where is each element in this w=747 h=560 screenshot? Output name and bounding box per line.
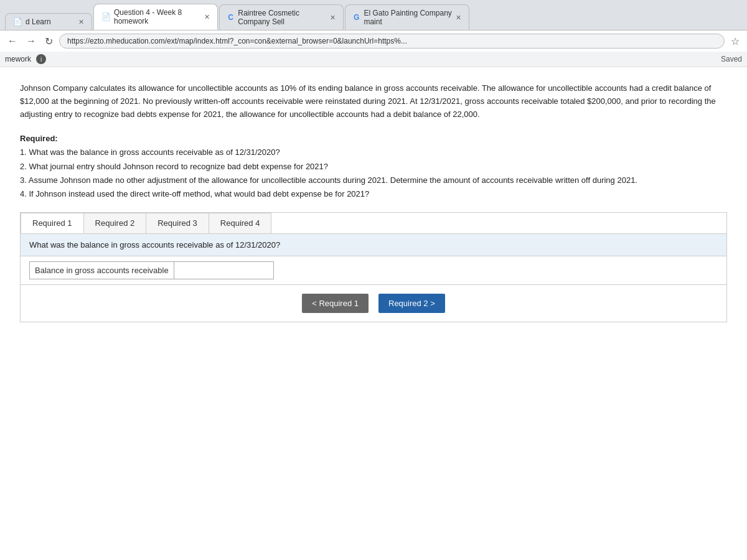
required-item-1: 1. What was the balance in gross account… (20, 147, 280, 157)
question-text: Johnson Company calculates its allowance… (20, 82, 727, 121)
nav-buttons-row: < Required 1 Required 2 > (21, 285, 726, 322)
page-content: Johnson Company calculates its allowance… (0, 67, 747, 560)
tab-required-2[interactable]: Required 2 (83, 213, 147, 233)
prev-button[interactable]: < Required 1 (302, 294, 369, 313)
tabs-container: Required 1 Required 2 Required 3 Require… (20, 212, 727, 322)
tab-label-2: Question 4 - Week 8 homework (114, 8, 200, 26)
next-button[interactable]: Required 2 > (378, 294, 445, 313)
input-row: Balance in gross accounts receivable (21, 256, 726, 285)
tab-elgato[interactable]: G El Gato Painting Company maint ✕ (345, 4, 469, 30)
tab-favicon-2: 📄 (101, 12, 110, 21)
tab-favicon-1: 📄 (13, 17, 22, 26)
tab-label-3: Raintree Cosmetic Company Sell (238, 9, 326, 26)
balance-input[interactable] (174, 261, 274, 279)
required-section: Required: 1. What was the balance in gro… (20, 132, 727, 200)
bookmark-button[interactable]: ☆ (728, 34, 742, 49)
tab-close-4[interactable]: ✕ (456, 14, 461, 22)
tab-label-1: d Learn (26, 17, 51, 26)
required-item-2: 2. What journal entry should Johnson rec… (20, 162, 328, 171)
tab-required-3[interactable]: Required 3 (146, 213, 209, 233)
tab-label-4: El Gato Painting Company maint (364, 9, 452, 26)
tab-bar: 📄 d Learn ✕ 📄 Question 4 - Week 8 homewo… (5, 4, 742, 30)
tab-close-3[interactable]: ✕ (330, 14, 336, 22)
browser-chrome: 📄 d Learn ✕ 📄 Question 4 - Week 8 homewo… (0, 0, 747, 30)
tab-required-1[interactable]: Required 1 (21, 213, 84, 233)
tab-raintree[interactable]: C Raintree Cosmetic Company Sell ✕ (219, 4, 344, 30)
tab-learn[interactable]: 📄 d Learn ✕ (5, 13, 92, 30)
tabs-header: Required 1 Required 2 Required 3 Require… (21, 213, 726, 233)
tab-required-4[interactable]: Required 4 (209, 213, 272, 233)
bookmark-mework[interactable]: mework (5, 55, 31, 63)
reload-button[interactable]: ↻ (42, 34, 55, 49)
saved-badge: Saved (721, 55, 742, 63)
required-item-3: 3. Assume Johnson made no other adjustme… (20, 175, 637, 185)
bookmarks-bar: mework i Saved (0, 52, 747, 67)
tab-close-2[interactable]: ✕ (204, 13, 210, 21)
back-button[interactable]: ← (5, 34, 20, 48)
tab-homework[interactable]: 📄 Question 4 - Week 8 homework ✕ (93, 4, 218, 30)
tab-favicon-4: G (353, 13, 360, 22)
tab-content-area: What was the balance in gross accounts r… (21, 233, 726, 322)
info-icon[interactable]: i (36, 54, 46, 64)
tab-question: What was the balance in gross accounts r… (21, 234, 726, 256)
forward-button[interactable]: → (24, 34, 39, 48)
tab-close-1[interactable]: ✕ (78, 18, 84, 26)
required-heading: Required: (20, 134, 58, 143)
input-label: Balance in gross accounts receivable (29, 261, 174, 279)
address-input[interactable] (59, 34, 725, 49)
tab-favicon-3: C (227, 13, 234, 22)
address-bar-row: ← → ↻ ☆ (0, 30, 747, 52)
required-item-4: 4. If Johnson instead used the direct wr… (20, 189, 369, 198)
